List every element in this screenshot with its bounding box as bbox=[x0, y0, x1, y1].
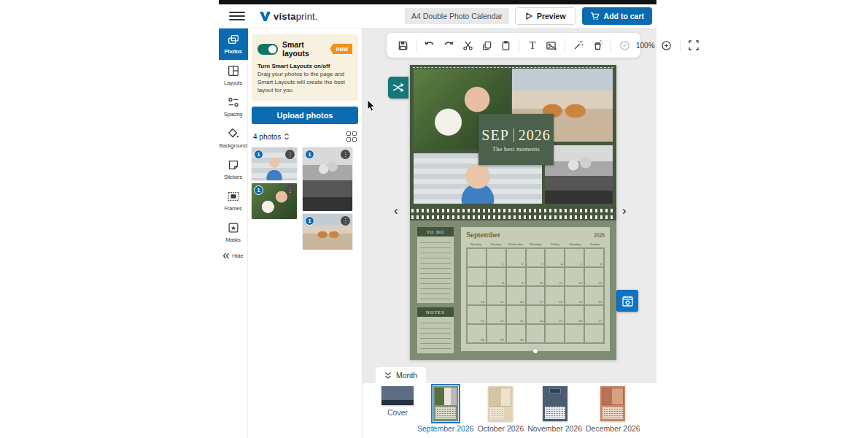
photo-options-icon[interactable]: ⋮ bbox=[341, 216, 350, 226]
photo-options-icon[interactable]: ⋮ bbox=[285, 150, 295, 159]
shuffle-icon bbox=[392, 82, 404, 93]
day-cell-22: 22 bbox=[487, 305, 506, 324]
ruled-line bbox=[420, 279, 451, 284]
day-cell-20: 20 bbox=[584, 286, 604, 305]
menu-icon[interactable] bbox=[229, 9, 245, 23]
smart-layouts-tooltip-title: Turn Smart Layouts on/off bbox=[257, 63, 352, 69]
screen: vistaprint. A4 Double Photo Calendar Pre… bbox=[0, 0, 868, 438]
background-icon bbox=[227, 127, 240, 140]
photo-options-icon[interactable]: ⋮ bbox=[341, 150, 350, 159]
header: vistaprint. A4 Double Photo Calendar Pre… bbox=[219, 4, 656, 28]
effects-icon[interactable] bbox=[589, 36, 606, 54]
vistaprint-logo-icon bbox=[260, 12, 271, 21]
usage-badge: 1 bbox=[254, 150, 263, 159]
weekday-monday: Monday bbox=[466, 242, 486, 247]
weekday-sunday: Sunday bbox=[585, 242, 605, 247]
rail-item-background[interactable]: Background bbox=[219, 123, 248, 154]
preview-button[interactable]: Preview bbox=[515, 7, 576, 25]
ruled-line bbox=[420, 334, 451, 339]
rail-item-masks[interactable]: Masks bbox=[219, 217, 248, 248]
zoom-out-icon[interactable] bbox=[616, 36, 633, 54]
sort-order-icon[interactable] bbox=[284, 133, 290, 140]
filmstrip-page-december-2026[interactable]: December 2026 bbox=[586, 386, 640, 433]
tagline: The best moments bbox=[492, 146, 540, 153]
day-cell-16: 16 bbox=[506, 286, 526, 305]
save-icon[interactable] bbox=[394, 36, 411, 54]
page-thumbnail[interactable] bbox=[600, 386, 625, 421]
day-cell-2: 2 bbox=[506, 248, 526, 267]
smart-layouts-tooltip-body: Drag your photos to the page and Smart L… bbox=[257, 71, 352, 94]
notes-box[interactable]: NOTES bbox=[417, 307, 454, 353]
photo-options-icon[interactable]: ⋮ bbox=[285, 185, 295, 195]
day-cell-29: 29 bbox=[487, 324, 506, 343]
rail-item-photos[interactable]: Photos bbox=[219, 28, 248, 60]
photo-corgis-on-beach[interactable]: 1 ⋮ bbox=[303, 214, 352, 250]
undo-icon[interactable] bbox=[421, 36, 438, 54]
paste-icon[interactable] bbox=[497, 36, 514, 54]
add-to-cart-button[interactable]: Add to cart bbox=[582, 7, 652, 25]
cut-icon[interactable] bbox=[459, 36, 476, 54]
day-cell-28: 28 bbox=[467, 324, 487, 343]
page-label: December 2026 bbox=[586, 424, 640, 433]
hide-panel-button[interactable]: Hide bbox=[222, 253, 243, 259]
grid-month-name: September bbox=[466, 230, 500, 239]
filmstrip-page-september-2026[interactable]: September 2026 bbox=[417, 386, 474, 433]
zoom-in-icon[interactable] bbox=[658, 36, 675, 54]
page-photo-section[interactable]: SEP 2026 The best moments bbox=[410, 65, 616, 207]
previous-page-arrow[interactable]: ‹ bbox=[394, 204, 398, 218]
month-title-box[interactable]: SEP 2026 The best moments bbox=[478, 114, 554, 165]
day-cell-27: 27 bbox=[584, 305, 604, 324]
ruled-line bbox=[420, 264, 451, 269]
filmstrip-page-cover[interactable]: Cover bbox=[381, 386, 414, 417]
page-thumbnail[interactable] bbox=[433, 386, 458, 421]
page-calendar-section[interactable]: TO DO NOTES September 2026 bbox=[410, 220, 616, 360]
image-tool-icon[interactable] bbox=[543, 36, 560, 54]
fullscreen-icon[interactable] bbox=[685, 36, 702, 54]
todo-box[interactable]: TO DO bbox=[417, 227, 454, 303]
ruled-line bbox=[420, 238, 451, 243]
resize-handle[interactable] bbox=[533, 349, 538, 353]
ruled-line bbox=[420, 299, 451, 304]
month-grid-box[interactable]: September 2026 MondayTuesdayWednesdayThu… bbox=[461, 227, 610, 351]
day-cell-empty bbox=[565, 324, 584, 343]
month-tab[interactable]: Month bbox=[376, 367, 426, 383]
magic-wand-icon[interactable] bbox=[570, 36, 587, 54]
smart-layouts-toggle[interactable] bbox=[257, 44, 278, 55]
shuffle-layout-button[interactable] bbox=[388, 77, 408, 99]
page-thumbnail[interactable] bbox=[381, 386, 414, 405]
photo-boy-with-dog[interactable]: 1 ⋮ bbox=[252, 183, 297, 219]
weekday-row: MondayTuesdayWednesdayThursdayFridaySatu… bbox=[466, 242, 605, 247]
canvas-toolbar: T bbox=[387, 33, 640, 58]
rail-item-spacing[interactable]: Spacing bbox=[219, 91, 248, 123]
day-cell-17: 17 bbox=[526, 286, 546, 305]
weekday-friday: Friday bbox=[546, 242, 565, 247]
layouts-icon bbox=[227, 64, 240, 77]
copy-icon[interactable] bbox=[478, 36, 495, 54]
rail-item-frames[interactable]: Frames bbox=[219, 185, 248, 217]
photo-couple-black-white[interactable]: 1 ⋮ bbox=[303, 147, 352, 211]
redo-icon[interactable] bbox=[440, 36, 457, 54]
day-cell-13: 13 bbox=[584, 267, 604, 286]
photo-girl-ice-cream[interactable]: 1 ⋮ bbox=[252, 147, 297, 180]
rail-item-layouts[interactable]: Layouts bbox=[219, 60, 248, 91]
text-tool-icon[interactable]: T bbox=[524, 36, 541, 54]
page-photo-couple-black-white[interactable] bbox=[545, 145, 613, 204]
canvas-column: T bbox=[363, 28, 656, 438]
filmstrip-page-october-2026[interactable]: October 2026 bbox=[478, 386, 524, 433]
calendar-settings-button[interactable] bbox=[616, 290, 638, 312]
next-page-arrow[interactable]: › bbox=[622, 204, 627, 218]
page-thumbnail[interactable] bbox=[543, 386, 567, 421]
ruled-line bbox=[420, 248, 451, 253]
page-thumbnail[interactable] bbox=[488, 386, 513, 421]
ruled-line bbox=[420, 269, 451, 274]
grid-view-icon[interactable] bbox=[346, 131, 357, 142]
new-badge: new bbox=[330, 44, 352, 54]
rail-item-stickers[interactable]: Stickers bbox=[219, 154, 248, 185]
filmstrip-page-november-2026[interactable]: November 2026 bbox=[527, 386, 582, 433]
calendar-page[interactable]: SEP 2026 The best moments bbox=[410, 65, 616, 360]
photos-icon bbox=[227, 33, 240, 46]
day-cell-8: 8 bbox=[487, 267, 506, 286]
vistaprint-logo[interactable]: vistaprint. bbox=[260, 11, 318, 22]
ruled-line bbox=[420, 289, 451, 294]
upload-photos-button[interactable]: Upload photos bbox=[252, 107, 358, 124]
